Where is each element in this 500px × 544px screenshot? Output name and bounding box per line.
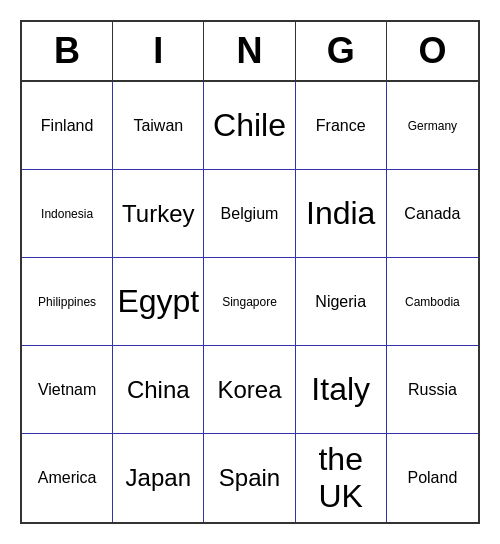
bingo-cell: Nigeria — [296, 258, 387, 346]
bingo-cell: Taiwan — [113, 82, 204, 170]
cell-text: Egypt — [117, 283, 199, 320]
bingo-cell: France — [296, 82, 387, 170]
bingo-cell: Russia — [387, 346, 478, 434]
cell-text: Taiwan — [133, 117, 183, 135]
cell-text: Italy — [311, 371, 370, 408]
cell-text: Indonesia — [41, 207, 93, 221]
header-letter-B: B — [22, 22, 113, 80]
cell-text: the UK — [300, 441, 382, 515]
bingo-cell: India — [296, 170, 387, 258]
bingo-cell: Italy — [296, 346, 387, 434]
cell-text: Russia — [408, 381, 457, 399]
cell-text: Spain — [219, 464, 280, 492]
bingo-cell: Japan — [113, 434, 204, 522]
cell-text: Singapore — [222, 295, 277, 309]
bingo-cell: America — [22, 434, 113, 522]
bingo-cell: Vietnam — [22, 346, 113, 434]
bingo-cell: Singapore — [204, 258, 295, 346]
cell-text: America — [38, 469, 97, 487]
cell-text: Japan — [126, 464, 191, 492]
cell-text: India — [306, 195, 375, 232]
bingo-cell: Germany — [387, 82, 478, 170]
bingo-cell: Cambodia — [387, 258, 478, 346]
header-letter-O: O — [387, 22, 478, 80]
bingo-cell: Korea — [204, 346, 295, 434]
cell-text: Philippines — [38, 295, 96, 309]
cell-text: Poland — [407, 469, 457, 487]
cell-text: Nigeria — [315, 293, 366, 311]
bingo-cell: Indonesia — [22, 170, 113, 258]
bingo-grid: FinlandTaiwanChileFranceGermanyIndonesia… — [22, 82, 478, 522]
bingo-cell: Belgium — [204, 170, 295, 258]
cell-text: Korea — [217, 376, 281, 404]
bingo-cell: Finland — [22, 82, 113, 170]
cell-text: Cambodia — [405, 295, 460, 309]
cell-text: Finland — [41, 117, 93, 135]
cell-text: Germany — [408, 119, 457, 133]
bingo-header: BINGO — [22, 22, 478, 82]
cell-text: Belgium — [221, 205, 279, 223]
cell-text: China — [127, 376, 190, 404]
header-letter-G: G — [296, 22, 387, 80]
bingo-cell: Poland — [387, 434, 478, 522]
cell-text: France — [316, 117, 366, 135]
bingo-cell: Egypt — [113, 258, 204, 346]
bingo-cell: China — [113, 346, 204, 434]
bingo-card: BINGO FinlandTaiwanChileFranceGermanyInd… — [20, 20, 480, 524]
bingo-cell: Philippines — [22, 258, 113, 346]
cell-text: Turkey — [122, 200, 194, 228]
cell-text: Chile — [213, 107, 286, 144]
bingo-cell: Spain — [204, 434, 295, 522]
bingo-cell: Canada — [387, 170, 478, 258]
bingo-cell: Chile — [204, 82, 295, 170]
header-letter-I: I — [113, 22, 204, 80]
cell-text: Vietnam — [38, 381, 96, 399]
cell-text: Canada — [404, 205, 460, 223]
bingo-cell: the UK — [296, 434, 387, 522]
header-letter-N: N — [204, 22, 295, 80]
bingo-cell: Turkey — [113, 170, 204, 258]
